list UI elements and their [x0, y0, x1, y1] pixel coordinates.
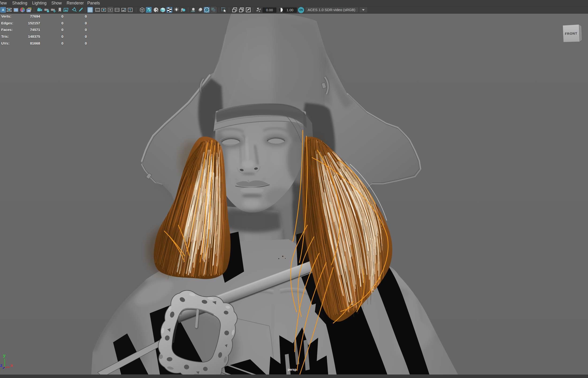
y-axis-label: y: [3, 353, 6, 358]
toolbar-separator: [252, 8, 253, 12]
menu-show[interactable]: Show: [51, 0, 62, 6]
isolate-view-icon[interactable]: [232, 7, 238, 13]
view-cube[interactable]: FRONT: [559, 21, 587, 47]
svg-text:T: T: [129, 8, 131, 12]
resolution-gate-button[interactable]: [6, 7, 12, 13]
maya-panel: View Shading Lighting Show Renderer Pane…: [0, 0, 588, 378]
menu-renderer[interactable]: Renderer: [67, 0, 84, 6]
menu-lighting[interactable]: Lighting: [32, 0, 46, 6]
pan-zoom-icon[interactable]: [72, 7, 77, 13]
camera-name-label: persp: [272, 368, 312, 371]
toolbar-separator: [34, 8, 34, 12]
camera-icon[interactable]: [37, 7, 42, 13]
lighting-icon[interactable]: [174, 7, 179, 13]
menu-panels[interactable]: Panels: [87, 0, 100, 6]
ssao-icon[interactable]: [204, 7, 210, 13]
transparency-icon[interactable]: [211, 7, 216, 13]
viewport-3d-scene[interactable]: [0, 0, 588, 378]
camera-attributes-icon[interactable]: [50, 7, 56, 13]
film-gate-toggle[interactable]: [95, 7, 100, 13]
panel-menubar: View Shading Lighting Show Renderer Pane…: [0, 0, 588, 7]
bookmark-icon[interactable]: [57, 7, 63, 13]
hud-row-verts: Verts: 77694 0 0: [0, 14, 98, 19]
color-wheel-button[interactable]: [20, 7, 25, 13]
film-gate-button[interactable]: [26, 7, 32, 13]
toolbar-separator: [136, 8, 137, 12]
motion-blur-icon[interactable]: [197, 7, 203, 13]
chevron-down-icon: [362, 9, 365, 11]
panel-toolbar: AT0.001.00ONACES 1.0 SDR-video (sRGB): [0, 7, 588, 14]
menu-shading[interactable]: Shading: [12, 0, 27, 6]
z-axis-line: [3, 367, 5, 369]
z-axis-label: z: [0, 363, 3, 368]
view-transform-select[interactable]: ACES 1.0 SDR-video (sRGB): [306, 7, 358, 13]
field-chart-toggle[interactable]: [114, 7, 120, 13]
view-cube-front-label: FRONT: [565, 31, 577, 36]
hud-row-tris: Tris: 148375 0 0: [0, 34, 98, 39]
isolate-add-icon[interactable]: [239, 7, 244, 13]
hud-row-faces: Faces: 74571 0 0: [0, 28, 98, 32]
toolbar-separator: [188, 8, 189, 12]
color-management-on-button[interactable]: ON: [298, 7, 304, 13]
toolbar-separator: [228, 8, 229, 12]
wireframe-mode-icon[interactable]: [139, 7, 145, 13]
contrast-icon[interactable]: [278, 7, 283, 13]
resolution-gate-toggle[interactable]: [101, 7, 107, 13]
hud-row-uvs: UVs: 81668 0 0: [0, 41, 98, 46]
hud-toggle[interactable]: T: [127, 7, 133, 13]
toolbar-separator: [85, 8, 86, 12]
toolbar-separator: [218, 8, 219, 12]
default-material-icon[interactable]: [167, 7, 172, 13]
axis-indicator: y x z: [0, 347, 21, 373]
lock-camera-icon[interactable]: [44, 7, 50, 13]
menu-view[interactable]: View: [0, 0, 7, 6]
x-axis-label: x: [11, 363, 13, 368]
bottom-strip: [0, 375, 588, 378]
gate-mask-button[interactable]: [13, 7, 19, 13]
gate-mask-toggle[interactable]: [108, 7, 113, 13]
wireframe-on-shaded-icon[interactable]: [160, 7, 166, 13]
select-by-name-button[interactable]: A: [0, 7, 6, 13]
hud-row-edges: Edges: 152157 0 0: [0, 21, 98, 26]
grid-toggle[interactable]: [87, 7, 93, 13]
annotate-icon[interactable]: [245, 7, 251, 13]
image-plane-icon[interactable]: [63, 7, 69, 13]
image-plane-toggle[interactable]: [121, 7, 126, 13]
isolate-select-icon[interactable]: [221, 7, 227, 13]
smooth-shade-mode-icon[interactable]: [146, 7, 152, 13]
shadows-icon[interactable]: [180, 7, 186, 13]
svg-text:A: A: [2, 8, 4, 12]
exposure-icon[interactable]: [256, 7, 261, 13]
ambient-occlusion-icon[interactable]: [191, 7, 196, 13]
grease-pencil-icon[interactable]: [78, 7, 84, 13]
view-transform-arrow[interactable]: [360, 7, 367, 13]
flat-shade-mode-icon[interactable]: [153, 7, 159, 13]
gamma-field[interactable]: 1.00: [283, 8, 297, 13]
exposure-field[interactable]: 0.00: [263, 8, 276, 13]
